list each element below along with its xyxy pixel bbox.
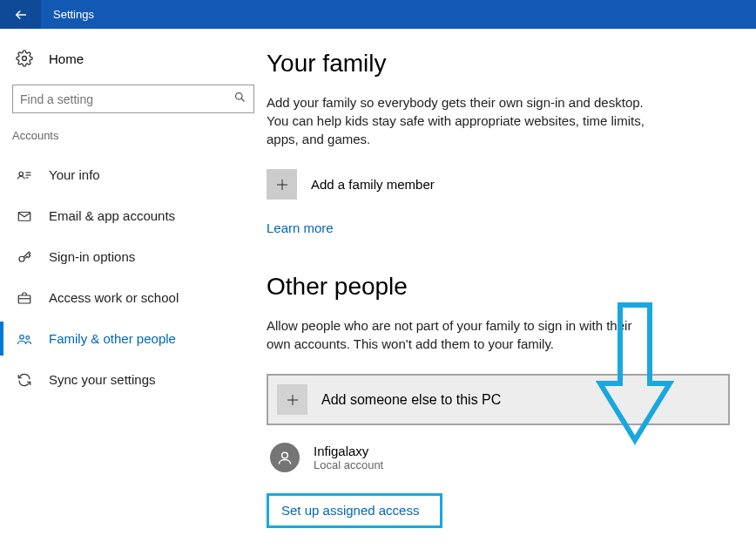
key-icon bbox=[16, 248, 33, 266]
search-container bbox=[0, 85, 267, 129]
sidebar-item-label: Access work or school bbox=[49, 290, 179, 305]
svg-point-13 bbox=[26, 336, 30, 339]
add-family-member[interactable]: Add a family member bbox=[267, 169, 730, 200]
svg-rect-10 bbox=[18, 295, 30, 303]
svg-point-18 bbox=[282, 452, 288, 458]
assigned-access-highlight: Set up assigned access bbox=[267, 493, 442, 528]
family-heading: Your family bbox=[267, 50, 730, 78]
svg-point-2 bbox=[236, 93, 243, 100]
add-someone-label: Add someone else to this PC bbox=[321, 392, 501, 408]
sidebar-item-your-info[interactable]: Your info bbox=[0, 154, 267, 195]
family-description: Add your family so everybody gets their … bbox=[267, 93, 650, 148]
svg-point-9 bbox=[19, 256, 24, 261]
people-icon bbox=[16, 330, 33, 348]
other-user-row[interactable]: Infigalaxy Local account bbox=[267, 437, 730, 478]
titlebar: Settings bbox=[0, 0, 756, 29]
user-name: Infigalaxy bbox=[314, 444, 383, 458]
sidebar-item-work-school[interactable]: Access work or school bbox=[0, 277, 267, 318]
other-description: Allow people who are not part of your fa… bbox=[267, 316, 650, 353]
sidebar-item-label: Family & other people bbox=[49, 331, 176, 346]
briefcase-icon bbox=[16, 289, 33, 307]
svg-point-1 bbox=[23, 57, 27, 61]
person-card-icon bbox=[16, 166, 33, 184]
sidebar-item-label: Sign-in options bbox=[49, 249, 135, 264]
plus-icon bbox=[267, 169, 297, 200]
sidebar-section-header: Accounts bbox=[0, 129, 267, 154]
sidebar-home[interactable]: Home bbox=[0, 41, 267, 76]
sidebar-item-sync[interactable]: Sync your settings bbox=[0, 359, 267, 400]
avatar-icon bbox=[270, 443, 300, 472]
sync-icon bbox=[16, 371, 33, 389]
plus-icon bbox=[277, 384, 307, 415]
other-heading: Other people bbox=[267, 273, 730, 301]
svg-point-4 bbox=[19, 172, 24, 176]
sidebar-item-signin-options[interactable]: Sign-in options bbox=[0, 236, 267, 277]
add-someone-else[interactable]: Add someone else to this PC bbox=[267, 374, 730, 425]
content: Home Accounts Your info Email & app acco… bbox=[0, 29, 756, 549]
sidebar-item-label: Email & app accounts bbox=[49, 208, 175, 223]
back-button[interactable] bbox=[0, 0, 41, 29]
mail-icon bbox=[16, 207, 33, 225]
main-panel: Your family Add your family so everybody… bbox=[267, 29, 756, 549]
sidebar-item-family-other[interactable]: Family & other people bbox=[0, 318, 267, 359]
sidebar-home-label: Home bbox=[49, 51, 84, 66]
sidebar-item-label: Sync your settings bbox=[49, 372, 156, 387]
other-people-section: Other people Allow people who are not pa… bbox=[267, 273, 730, 528]
sidebar: Home Accounts Your info Email & app acco… bbox=[0, 29, 267, 549]
search-input[interactable] bbox=[20, 92, 233, 106]
add-family-label: Add a family member bbox=[311, 177, 435, 192]
sidebar-item-label: Your info bbox=[49, 167, 100, 182]
svg-point-12 bbox=[20, 335, 24, 339]
gear-icon bbox=[16, 50, 33, 67]
window-title: Settings bbox=[53, 8, 94, 21]
svg-line-3 bbox=[241, 98, 244, 101]
sidebar-item-email-accounts[interactable]: Email & app accounts bbox=[0, 195, 267, 236]
user-meta: Infigalaxy Local account bbox=[314, 444, 383, 471]
setup-assigned-access-link[interactable]: Set up assigned access bbox=[281, 503, 419, 518]
user-type: Local account bbox=[314, 458, 383, 471]
search-box[interactable] bbox=[12, 85, 254, 113]
search-icon bbox=[233, 91, 246, 107]
back-arrow-icon bbox=[13, 7, 29, 23]
learn-more-link[interactable]: Learn more bbox=[267, 220, 334, 235]
